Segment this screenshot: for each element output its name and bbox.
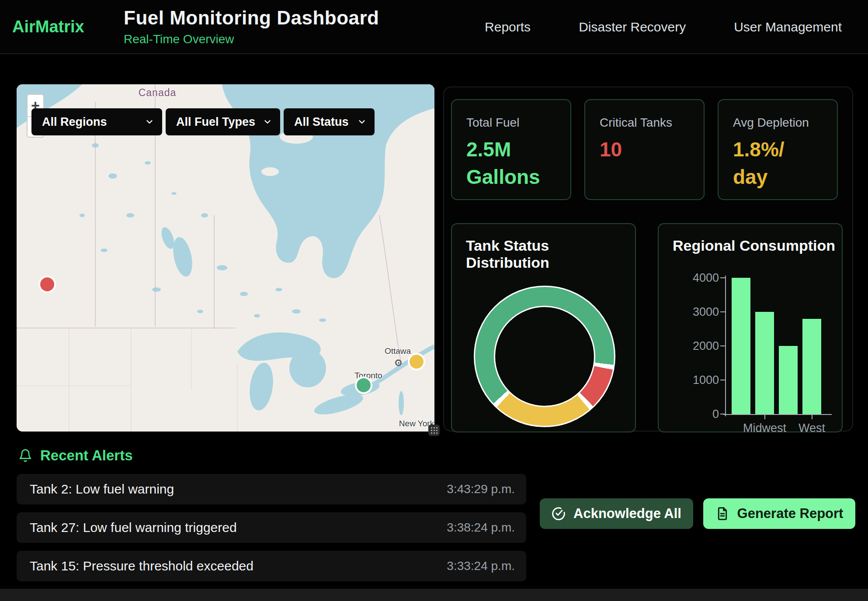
alerts-header: Recent Alerts: [18, 447, 133, 464]
y-tick-label: 2000: [659, 339, 719, 352]
x-tick-label: West: [781, 421, 843, 435]
filter-status[interactable]: All Status: [284, 108, 375, 135]
y-tick-label: 1000: [659, 373, 719, 387]
bottom-bar: [0, 589, 868, 601]
metrics-panel: Total Fuel 2.5M Gallons Critical Tanks 1…: [443, 86, 853, 432]
alert-message: Tank 15: Pressure threshold exceeded: [30, 559, 253, 573]
stat-label: Total Fuel: [466, 116, 570, 130]
x-tick-mark: [764, 415, 765, 419]
regional-consumption-chart-card: Regional Consumption 01000200030004000Mi…: [658, 223, 843, 432]
stat-card-critical-tanks: Critical Tanks 10: [584, 99, 705, 200]
stat-label: Critical Tanks: [600, 116, 704, 130]
main-nav: Reports Disaster Recovery User Managemen…: [485, 0, 842, 54]
city-label-toronto: Toronto: [338, 371, 399, 380]
chart-title: Tank Status Distribution: [466, 237, 635, 271]
bar-south[interactable]: [779, 346, 798, 414]
alert-time: 3:43:29 p.m.: [447, 482, 515, 496]
page-subtitle: Real-Time Overview: [124, 32, 379, 46]
bar-west[interactable]: [802, 319, 821, 414]
filter-fuel-types-value: All Fuel Types: [176, 115, 255, 129]
bar-midwest[interactable]: [755, 312, 774, 414]
city-label-new-york: New York: [386, 419, 434, 428]
map-country-label: Canada: [131, 87, 184, 99]
filter-regions[interactable]: All Regions: [31, 108, 162, 135]
donut-inner-ring: [494, 306, 595, 407]
y-tick-mark: [720, 414, 725, 414]
y-tick-label: 3000: [659, 305, 719, 318]
city-label-ottawa: Ottawa: [367, 346, 428, 356]
page-title: Fuel Monitoring Dashboard: [124, 7, 379, 29]
filter-fuel-types[interactable]: All Fuel Types: [166, 108, 280, 135]
nav-item-reports[interactable]: Reports: [485, 20, 531, 35]
nav-item-disaster-recovery[interactable]: Disaster Recovery: [579, 20, 686, 35]
alert-row[interactable]: Tank 15: Pressure threshold exceeded 3:3…: [17, 551, 526, 581]
bars-container: [725, 278, 833, 414]
stat-value: 10: [600, 136, 676, 163]
app-header: AirMatrix Fuel Monitoring Dashboard Real…: [0, 0, 868, 54]
stat-value: 2.5M Gallons: [466, 136, 543, 191]
chevron-down-icon: [357, 117, 367, 127]
y-tick-mark: [720, 345, 725, 346]
stat-value: 1.8%/ day: [733, 136, 809, 191]
acknowledge-all-label: Acknowledge All: [573, 506, 681, 522]
x-tick-mark: [812, 415, 812, 419]
nav-item-user-management[interactable]: User Management: [734, 20, 842, 35]
chevron-down-icon: [263, 117, 272, 127]
alert-row[interactable]: Tank 2: Low fuel warning 3:43:29 p.m.: [17, 474, 526, 504]
alert-message: Tank 2: Low fuel warning: [30, 482, 174, 497]
bar-northeast[interactable]: [732, 278, 750, 414]
chevron-down-icon: [145, 117, 154, 127]
alert-time: 3:38:24 p.m.: [447, 521, 515, 535]
brand-logo: AirMatrix: [12, 17, 84, 36]
stat-card-total-fuel: Total Fuel 2.5M Gallons: [451, 99, 571, 200]
acknowledge-all-button[interactable]: Acknowledge All: [540, 498, 693, 529]
tank-status-donut-chart[interactable]: [475, 287, 615, 426]
y-tick-label: 4000: [659, 271, 719, 284]
alerts-title: Recent Alerts: [40, 447, 133, 464]
alert-time: 3:33:24 p.m.: [447, 559, 515, 573]
tank-marker-warning[interactable]: [410, 355, 424, 369]
stat-label: Avg Depletion: [733, 116, 837, 130]
y-tick-mark: [720, 380, 725, 380]
tank-marker-critical[interactable]: [40, 277, 54, 291]
y-tick-label: 0: [659, 408, 719, 421]
filter-status-value: All Status: [294, 115, 349, 129]
alert-message: Tank 27: Low fuel warning triggered: [30, 520, 237, 535]
fuel-map[interactable]: Canada + − All Regions All Fuel Types Al…: [17, 84, 434, 432]
tank-marker-normal[interactable]: [357, 378, 371, 392]
drag-handle-icon[interactable]: [428, 425, 440, 436]
tank-status-chart-card: Tank Status Distribution: [451, 223, 636, 432]
alert-row[interactable]: Tank 27: Low fuel warning triggered 3:38…: [17, 512, 526, 543]
bell-icon: [18, 449, 32, 463]
regional-consumption-bar-chart[interactable]: 01000200030004000MidwestWest: [659, 224, 842, 432]
x-axis-line: [723, 414, 832, 415]
stat-card-avg-depletion: Avg Depletion 1.8%/ day: [718, 99, 838, 200]
ottawa-town-icon: [395, 359, 402, 366]
map-filters: All Regions All Fuel Types All Status: [31, 108, 375, 135]
circle-check-icon: [552, 507, 566, 521]
generate-report-button[interactable]: Generate Report: [703, 498, 855, 529]
filter-regions-value: All Regions: [42, 115, 107, 129]
file-report-icon: [715, 507, 729, 521]
y-tick-mark: [720, 311, 725, 312]
generate-report-label: Generate Report: [737, 506, 844, 522]
y-tick-mark: [720, 277, 725, 278]
